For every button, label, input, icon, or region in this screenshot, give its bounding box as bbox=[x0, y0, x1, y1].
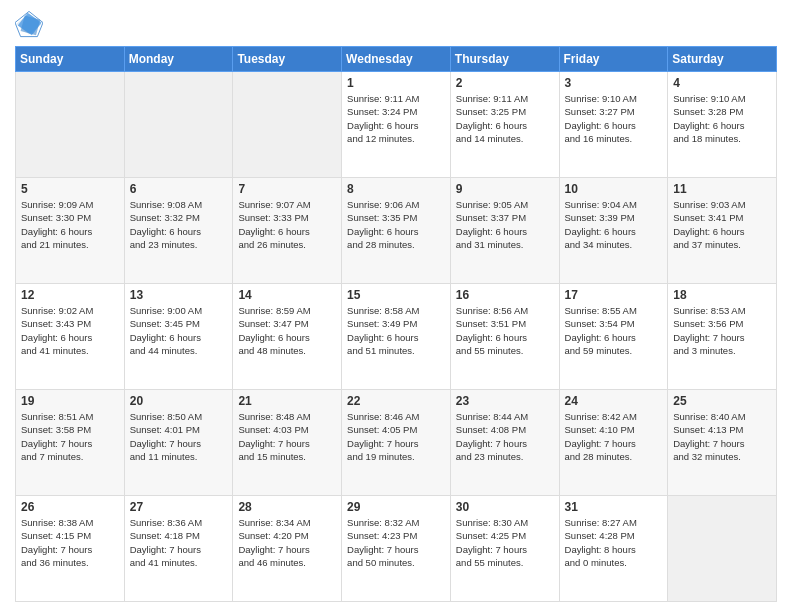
day-number: 16 bbox=[456, 288, 554, 302]
calendar-cell: 29Sunrise: 8:32 AM Sunset: 4:23 PM Dayli… bbox=[342, 496, 451, 602]
calendar-cell: 21Sunrise: 8:48 AM Sunset: 4:03 PM Dayli… bbox=[233, 390, 342, 496]
calendar-cell: 17Sunrise: 8:55 AM Sunset: 3:54 PM Dayli… bbox=[559, 284, 668, 390]
day-number: 18 bbox=[673, 288, 771, 302]
day-info: Sunrise: 8:42 AM Sunset: 4:10 PM Dayligh… bbox=[565, 410, 663, 463]
weekday-header-wednesday: Wednesday bbox=[342, 47, 451, 72]
calendar-cell: 13Sunrise: 9:00 AM Sunset: 3:45 PM Dayli… bbox=[124, 284, 233, 390]
day-number: 23 bbox=[456, 394, 554, 408]
calendar-week-row: 12Sunrise: 9:02 AM Sunset: 3:43 PM Dayli… bbox=[16, 284, 777, 390]
calendar-cell bbox=[233, 72, 342, 178]
calendar-cell: 1Sunrise: 9:11 AM Sunset: 3:24 PM Daylig… bbox=[342, 72, 451, 178]
calendar-cell: 11Sunrise: 9:03 AM Sunset: 3:41 PM Dayli… bbox=[668, 178, 777, 284]
header bbox=[15, 10, 777, 38]
calendar-cell: 5Sunrise: 9:09 AM Sunset: 3:30 PM Daylig… bbox=[16, 178, 125, 284]
calendar-header-row: SundayMondayTuesdayWednesdayThursdayFrid… bbox=[16, 47, 777, 72]
calendar-cell: 19Sunrise: 8:51 AM Sunset: 3:58 PM Dayli… bbox=[16, 390, 125, 496]
page: SundayMondayTuesdayWednesdayThursdayFrid… bbox=[0, 0, 792, 612]
weekday-header-monday: Monday bbox=[124, 47, 233, 72]
day-number: 17 bbox=[565, 288, 663, 302]
calendar-cell: 23Sunrise: 8:44 AM Sunset: 4:08 PM Dayli… bbox=[450, 390, 559, 496]
day-info: Sunrise: 8:48 AM Sunset: 4:03 PM Dayligh… bbox=[238, 410, 336, 463]
day-info: Sunrise: 9:05 AM Sunset: 3:37 PM Dayligh… bbox=[456, 198, 554, 251]
day-info: Sunrise: 8:46 AM Sunset: 4:05 PM Dayligh… bbox=[347, 410, 445, 463]
day-info: Sunrise: 8:51 AM Sunset: 3:58 PM Dayligh… bbox=[21, 410, 119, 463]
day-number: 24 bbox=[565, 394, 663, 408]
day-info: Sunrise: 8:32 AM Sunset: 4:23 PM Dayligh… bbox=[347, 516, 445, 569]
day-number: 29 bbox=[347, 500, 445, 514]
day-info: Sunrise: 9:00 AM Sunset: 3:45 PM Dayligh… bbox=[130, 304, 228, 357]
calendar-cell: 16Sunrise: 8:56 AM Sunset: 3:51 PM Dayli… bbox=[450, 284, 559, 390]
calendar-cell: 7Sunrise: 9:07 AM Sunset: 3:33 PM Daylig… bbox=[233, 178, 342, 284]
day-info: Sunrise: 9:09 AM Sunset: 3:30 PM Dayligh… bbox=[21, 198, 119, 251]
logo bbox=[15, 10, 45, 38]
logo-icon bbox=[15, 10, 43, 38]
calendar-cell: 27Sunrise: 8:36 AM Sunset: 4:18 PM Dayli… bbox=[124, 496, 233, 602]
calendar-cell: 22Sunrise: 8:46 AM Sunset: 4:05 PM Dayli… bbox=[342, 390, 451, 496]
calendar-cell: 30Sunrise: 8:30 AM Sunset: 4:25 PM Dayli… bbox=[450, 496, 559, 602]
day-number: 9 bbox=[456, 182, 554, 196]
day-info: Sunrise: 9:10 AM Sunset: 3:27 PM Dayligh… bbox=[565, 92, 663, 145]
day-info: Sunrise: 8:55 AM Sunset: 3:54 PM Dayligh… bbox=[565, 304, 663, 357]
day-info: Sunrise: 8:53 AM Sunset: 3:56 PM Dayligh… bbox=[673, 304, 771, 357]
day-info: Sunrise: 9:02 AM Sunset: 3:43 PM Dayligh… bbox=[21, 304, 119, 357]
day-number: 5 bbox=[21, 182, 119, 196]
day-number: 20 bbox=[130, 394, 228, 408]
calendar-table: SundayMondayTuesdayWednesdayThursdayFrid… bbox=[15, 46, 777, 602]
day-number: 10 bbox=[565, 182, 663, 196]
day-number: 6 bbox=[130, 182, 228, 196]
calendar-cell bbox=[124, 72, 233, 178]
day-info: Sunrise: 8:58 AM Sunset: 3:49 PM Dayligh… bbox=[347, 304, 445, 357]
calendar-cell: 8Sunrise: 9:06 AM Sunset: 3:35 PM Daylig… bbox=[342, 178, 451, 284]
day-number: 4 bbox=[673, 76, 771, 90]
weekday-header-thursday: Thursday bbox=[450, 47, 559, 72]
day-info: Sunrise: 8:27 AM Sunset: 4:28 PM Dayligh… bbox=[565, 516, 663, 569]
day-info: Sunrise: 9:04 AM Sunset: 3:39 PM Dayligh… bbox=[565, 198, 663, 251]
day-number: 27 bbox=[130, 500, 228, 514]
svg-marker-3 bbox=[18, 13, 42, 35]
day-number: 21 bbox=[238, 394, 336, 408]
day-info: Sunrise: 9:11 AM Sunset: 3:25 PM Dayligh… bbox=[456, 92, 554, 145]
day-info: Sunrise: 8:38 AM Sunset: 4:15 PM Dayligh… bbox=[21, 516, 119, 569]
day-number: 2 bbox=[456, 76, 554, 90]
day-number: 22 bbox=[347, 394, 445, 408]
calendar-cell: 15Sunrise: 8:58 AM Sunset: 3:49 PM Dayli… bbox=[342, 284, 451, 390]
calendar-cell: 4Sunrise: 9:10 AM Sunset: 3:28 PM Daylig… bbox=[668, 72, 777, 178]
day-number: 15 bbox=[347, 288, 445, 302]
day-number: 1 bbox=[347, 76, 445, 90]
day-info: Sunrise: 9:07 AM Sunset: 3:33 PM Dayligh… bbox=[238, 198, 336, 251]
day-info: Sunrise: 8:40 AM Sunset: 4:13 PM Dayligh… bbox=[673, 410, 771, 463]
calendar-cell: 25Sunrise: 8:40 AM Sunset: 4:13 PM Dayli… bbox=[668, 390, 777, 496]
calendar-cell: 6Sunrise: 9:08 AM Sunset: 3:32 PM Daylig… bbox=[124, 178, 233, 284]
calendar-cell: 31Sunrise: 8:27 AM Sunset: 4:28 PM Dayli… bbox=[559, 496, 668, 602]
calendar-week-row: 26Sunrise: 8:38 AM Sunset: 4:15 PM Dayli… bbox=[16, 496, 777, 602]
calendar-cell: 18Sunrise: 8:53 AM Sunset: 3:56 PM Dayli… bbox=[668, 284, 777, 390]
day-info: Sunrise: 8:56 AM Sunset: 3:51 PM Dayligh… bbox=[456, 304, 554, 357]
calendar-cell bbox=[16, 72, 125, 178]
calendar-cell: 2Sunrise: 9:11 AM Sunset: 3:25 PM Daylig… bbox=[450, 72, 559, 178]
weekday-header-sunday: Sunday bbox=[16, 47, 125, 72]
day-number: 26 bbox=[21, 500, 119, 514]
calendar-cell bbox=[668, 496, 777, 602]
calendar-cell: 10Sunrise: 9:04 AM Sunset: 3:39 PM Dayli… bbox=[559, 178, 668, 284]
weekday-header-tuesday: Tuesday bbox=[233, 47, 342, 72]
day-number: 25 bbox=[673, 394, 771, 408]
day-info: Sunrise: 9:08 AM Sunset: 3:32 PM Dayligh… bbox=[130, 198, 228, 251]
calendar-week-row: 19Sunrise: 8:51 AM Sunset: 3:58 PM Dayli… bbox=[16, 390, 777, 496]
calendar-cell: 12Sunrise: 9:02 AM Sunset: 3:43 PM Dayli… bbox=[16, 284, 125, 390]
day-number: 13 bbox=[130, 288, 228, 302]
calendar-cell: 9Sunrise: 9:05 AM Sunset: 3:37 PM Daylig… bbox=[450, 178, 559, 284]
day-info: Sunrise: 9:11 AM Sunset: 3:24 PM Dayligh… bbox=[347, 92, 445, 145]
day-number: 19 bbox=[21, 394, 119, 408]
day-number: 28 bbox=[238, 500, 336, 514]
day-info: Sunrise: 8:36 AM Sunset: 4:18 PM Dayligh… bbox=[130, 516, 228, 569]
day-number: 14 bbox=[238, 288, 336, 302]
calendar-cell: 26Sunrise: 8:38 AM Sunset: 4:15 PM Dayli… bbox=[16, 496, 125, 602]
calendar-week-row: 1Sunrise: 9:11 AM Sunset: 3:24 PM Daylig… bbox=[16, 72, 777, 178]
day-info: Sunrise: 9:03 AM Sunset: 3:41 PM Dayligh… bbox=[673, 198, 771, 251]
day-number: 3 bbox=[565, 76, 663, 90]
day-number: 7 bbox=[238, 182, 336, 196]
day-number: 30 bbox=[456, 500, 554, 514]
weekday-header-friday: Friday bbox=[559, 47, 668, 72]
day-info: Sunrise: 8:44 AM Sunset: 4:08 PM Dayligh… bbox=[456, 410, 554, 463]
calendar-cell: 28Sunrise: 8:34 AM Sunset: 4:20 PM Dayli… bbox=[233, 496, 342, 602]
